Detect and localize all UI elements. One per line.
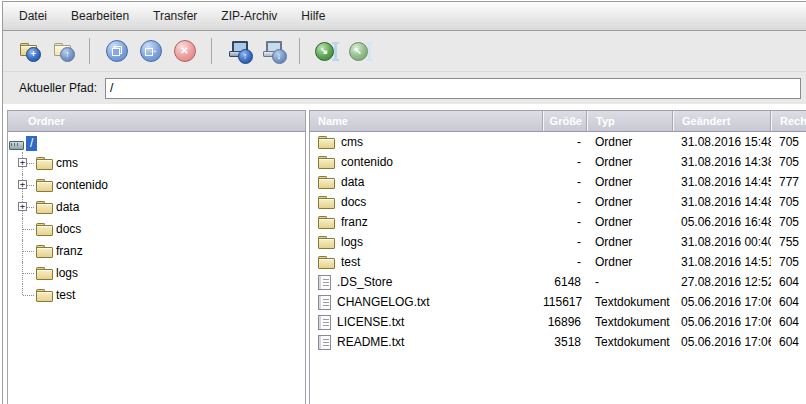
toolbar-upload-button[interactable]: ↑ bbox=[225, 38, 252, 65]
drive-icon bbox=[9, 138, 24, 149]
folder-icon bbox=[318, 156, 335, 169]
file-row-data[interactable]: data-Ordner31.08.2016 14:45777 bbox=[310, 172, 806, 192]
file-row-readme-txt[interactable]: README.txt3518Textdokument05.06.2016 17:… bbox=[310, 332, 806, 352]
column-header-ge-ndert[interactable]: Geändert bbox=[673, 111, 771, 131]
column-header-rechte[interactable]: Rechte bbox=[771, 111, 806, 131]
toolbar-move-button[interactable] bbox=[137, 38, 164, 65]
column-header-gr-e[interactable]: Größe bbox=[543, 111, 587, 131]
toolbar-zip-unpack-button[interactable]: ↖ bbox=[347, 38, 374, 65]
folder-icon bbox=[318, 196, 335, 209]
file-name-label: test bbox=[341, 255, 360, 269]
expand-icon[interactable]: + bbox=[18, 202, 27, 211]
file-row-docs[interactable]: docs-Ordner31.08.2016 14:48705 bbox=[310, 192, 806, 212]
file-row-contenido[interactable]: contenido-Ordner31.08.2016 14:38705 bbox=[310, 152, 806, 172]
file-rights-cell: 604 bbox=[771, 295, 806, 309]
tree-root-item[interactable]: / bbox=[8, 134, 305, 152]
file-name-cell: CHANGELOG.txt bbox=[310, 295, 543, 310]
column-header-typ[interactable]: Typ bbox=[587, 111, 673, 131]
file-row-cms[interactable]: cms-Ordner31.08.2016 15:48705 bbox=[310, 132, 806, 152]
menu-item-transfer[interactable]: Transfer bbox=[153, 9, 197, 23]
folder-tree-panel: Ordner / +cms+contenido+datadocsfranzlog… bbox=[7, 110, 306, 404]
tree-item-label: cms bbox=[56, 156, 78, 170]
folder-icon bbox=[36, 267, 53, 280]
toolbar-download-button[interactable]: ↓ bbox=[259, 38, 286, 65]
menu-item-zip-archiv[interactable]: ZIP-Archiv bbox=[221, 9, 277, 23]
file-type-cell: Ordner bbox=[587, 135, 673, 149]
tree-item-contenido[interactable]: +contenido bbox=[8, 174, 305, 196]
file-row-license-txt[interactable]: LICENSE.txt16896Textdokument05.06.2016 1… bbox=[310, 312, 806, 332]
file-name-label: LICENSE.txt bbox=[337, 315, 404, 329]
file-row-test[interactable]: test-Ordner31.08.2016 14:51705 bbox=[310, 252, 806, 272]
tree-item-cms[interactable]: +cms bbox=[8, 152, 305, 174]
tree-item-label: data bbox=[56, 200, 79, 214]
toolbar-zip-pack-button[interactable]: ↘ bbox=[313, 38, 340, 65]
tree-item-label: logs bbox=[56, 266, 78, 280]
toolbar-delete-button[interactable]: ✕ bbox=[171, 38, 198, 65]
file-name-cell: cms bbox=[310, 135, 543, 149]
file-modified-cell: 31.08.2016 14:51 bbox=[673, 255, 771, 269]
file-modified-cell: 05.06.2016 17:06 bbox=[673, 335, 771, 349]
file-rights-cell: 604 bbox=[771, 315, 806, 329]
file-size-cell: 115617 bbox=[543, 295, 587, 309]
file-name-cell: test bbox=[310, 255, 543, 269]
toolbar-separator bbox=[211, 38, 212, 64]
toolbar-create-folder-button[interactable]: + bbox=[15, 38, 42, 65]
zip-unpack-icon: ↖ bbox=[349, 42, 373, 61]
file-row--ds-store[interactable]: .DS_Store6148-27.08.2016 12:52604 bbox=[310, 272, 806, 292]
file-name-label: CHANGELOG.txt bbox=[337, 295, 430, 309]
file-name-label: docs bbox=[341, 195, 366, 209]
file-modified-cell: 05.06.2016 17:06 bbox=[673, 315, 771, 329]
toolbar-copy-button[interactable] bbox=[103, 38, 130, 65]
current-path-input[interactable] bbox=[105, 78, 801, 99]
folder-tree-header: Ordner bbox=[8, 111, 305, 132]
file-rights-cell: 604 bbox=[771, 335, 806, 349]
file-row-changelog-txt[interactable]: CHANGELOG.txt115617Textdokument05.06.201… bbox=[310, 292, 806, 312]
file-modified-cell: 31.08.2016 14:38 bbox=[673, 155, 771, 169]
folder-icon bbox=[318, 136, 335, 149]
menu-item-bearbeiten[interactable]: Bearbeiten bbox=[71, 9, 129, 23]
file-name-cell: README.txt bbox=[310, 335, 543, 350]
file-name-cell: LICENSE.txt bbox=[310, 315, 543, 330]
column-header-name[interactable]: Name bbox=[310, 111, 543, 131]
file-row-logs[interactable]: logs-Ordner31.08.2016 00:40755 bbox=[310, 232, 806, 252]
tree-item-label: docs bbox=[56, 222, 81, 236]
menu-item-datei[interactable]: Datei bbox=[19, 9, 47, 23]
file-type-cell: Textdokument bbox=[587, 315, 673, 329]
folder-icon bbox=[36, 179, 53, 192]
file-name-cell: .DS_Store bbox=[310, 275, 543, 290]
file-icon bbox=[318, 335, 331, 350]
tree-item-test[interactable]: test bbox=[8, 284, 305, 306]
tree-item-logs[interactable]: logs bbox=[8, 262, 305, 284]
file-rights-cell: 777 bbox=[771, 175, 806, 189]
tree-item-franz[interactable]: franz bbox=[8, 240, 305, 262]
file-size-cell: - bbox=[543, 215, 587, 229]
tree-item-data[interactable]: +data bbox=[8, 196, 305, 218]
file-size-cell: - bbox=[543, 235, 587, 249]
file-name-label: README.txt bbox=[337, 335, 404, 349]
current-path-label: Aktueller Pfad: bbox=[19, 81, 97, 95]
file-name-cell: contenido bbox=[310, 155, 543, 169]
file-icon bbox=[318, 275, 331, 290]
file-type-cell: Ordner bbox=[587, 175, 673, 189]
file-rights-cell: 705 bbox=[771, 135, 806, 149]
file-size-cell: 16896 bbox=[543, 315, 587, 329]
expand-icon[interactable]: + bbox=[18, 180, 27, 189]
file-row-franz[interactable]: franz-Ordner05.06.2016 16:48705 bbox=[310, 212, 806, 232]
tree-items: +cms+contenido+datadocsfranzlogstest bbox=[8, 152, 305, 306]
file-name-label: franz bbox=[341, 215, 368, 229]
file-modified-cell: 31.08.2016 15:48 bbox=[673, 135, 771, 149]
zip-pack-icon: ↘ bbox=[315, 42, 339, 61]
file-rights-cell: 604 bbox=[771, 275, 806, 289]
copy-icon bbox=[106, 40, 128, 62]
file-type-cell: - bbox=[587, 275, 673, 289]
file-rights-cell: 705 bbox=[771, 215, 806, 229]
file-type-cell: Ordner bbox=[587, 215, 673, 229]
expand-icon[interactable]: + bbox=[18, 158, 27, 167]
file-name-label: .DS_Store bbox=[337, 275, 392, 289]
toolbar-parent-folder-button[interactable]: ↑ bbox=[49, 38, 76, 65]
menu-item-hilfe[interactable]: Hilfe bbox=[301, 9, 325, 23]
file-rights-cell: 705 bbox=[771, 195, 806, 209]
file-list-panel: NameGrößeTypGeändertRechte cms-Ordner31.… bbox=[309, 110, 806, 404]
file-type-cell: Ordner bbox=[587, 235, 673, 249]
tree-item-docs[interactable]: docs bbox=[8, 218, 305, 240]
